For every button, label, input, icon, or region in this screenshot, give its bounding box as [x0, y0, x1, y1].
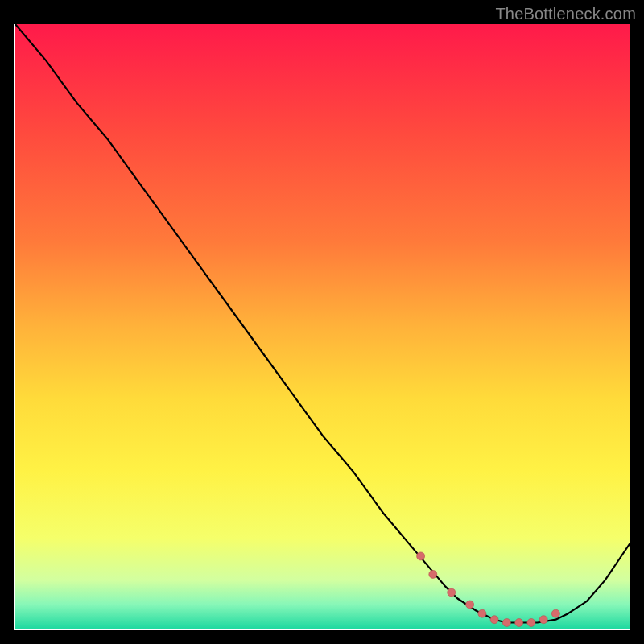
curve-marker: [490, 616, 498, 624]
curve-marker: [448, 588, 456, 597]
chart-line-layer: [15, 24, 630, 629]
curve-marker: [539, 616, 547, 624]
curve-marker: [551, 609, 559, 617]
curve-marker: [417, 552, 425, 560]
curve-marker: [515, 619, 523, 627]
curve-marker: [527, 619, 535, 627]
chart-plot-area: [14, 24, 630, 630]
bottleneck-curve: [15, 24, 630, 623]
curve-markers: [417, 552, 560, 627]
curve-marker: [502, 619, 510, 627]
curve-marker: [478, 609, 486, 617]
curve-marker: [429, 570, 437, 578]
curve-marker: [466, 601, 474, 609]
attribution-label: TheBottleneck.com: [495, 5, 636, 23]
